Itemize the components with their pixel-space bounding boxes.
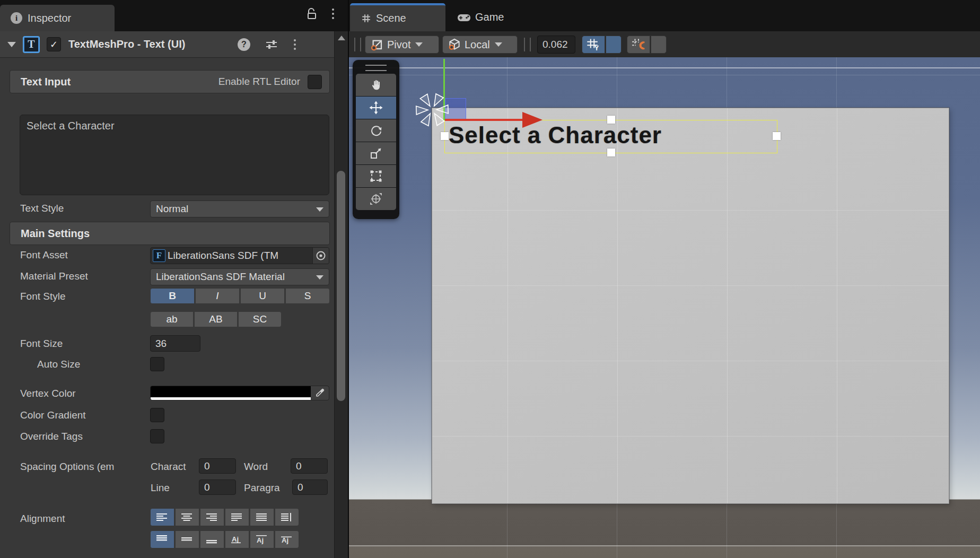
text-style-label: Text Style bbox=[20, 203, 64, 214]
align-flush-button[interactable] bbox=[250, 508, 274, 526]
align-middle-button[interactable] bbox=[175, 530, 199, 548]
component-header: T ✓ TextMeshPro - Text (UI) ? bbox=[0, 31, 334, 58]
rtl-editor-label: Enable RTL Editor bbox=[218, 76, 300, 88]
object-picker-icon[interactable] bbox=[312, 248, 329, 264]
textmeshpro-icon: T bbox=[23, 37, 39, 53]
font-style-bold-button[interactable]: B bbox=[150, 288, 195, 304]
component-menu-icon[interactable] bbox=[293, 38, 297, 51]
inspector-scrollbar[interactable] bbox=[334, 31, 348, 558]
spacing-word-label: Word bbox=[244, 461, 268, 473]
unity-editor-window: i Inspector T ✓ TextMeshPro - Text (UI) … bbox=[0, 0, 980, 558]
rect-handle-bottom[interactable] bbox=[607, 149, 615, 156]
grid-snap-dropdown[interactable] bbox=[651, 36, 667, 54]
svg-text:Aj: Aj bbox=[282, 536, 288, 544]
auto-size-checkbox[interactable] bbox=[150, 357, 164, 371]
presets-icon[interactable] bbox=[265, 38, 278, 51]
align-center-button[interactable] bbox=[175, 508, 199, 526]
spacing-paragraph-field[interactable]: 0 bbox=[292, 479, 328, 495]
grid-line bbox=[727, 108, 728, 503]
grid-line bbox=[837, 108, 837, 503]
font-style-uppercase-button[interactable]: AB bbox=[194, 311, 238, 327]
align-baseline-button[interactable]: Aj bbox=[225, 530, 249, 548]
inspector-menu-icon[interactable] bbox=[331, 7, 335, 20]
help-icon[interactable]: ? bbox=[238, 38, 250, 51]
tab-game[interactable]: Game bbox=[453, 3, 504, 31]
ui-canvas[interactable] bbox=[432, 108, 949, 504]
grid-line bbox=[617, 108, 618, 503]
lock-icon[interactable] bbox=[307, 7, 317, 20]
grid-line bbox=[349, 545, 980, 546]
text-input-field[interactable]: Select a Character bbox=[20, 115, 329, 195]
font-style-smallcaps-button[interactable]: SC bbox=[238, 311, 282, 327]
handle-rotation-button[interactable]: Local bbox=[442, 36, 518, 54]
rect-tool-button[interactable] bbox=[356, 165, 396, 187]
tab-scene[interactable]: Scene bbox=[350, 3, 445, 31]
transform-tool-button[interactable] bbox=[356, 188, 396, 210]
spacing-line-field[interactable]: 0 bbox=[199, 479, 236, 495]
toolbar-drag-handle[interactable] bbox=[524, 38, 531, 51]
align-bottom-button[interactable] bbox=[200, 530, 224, 548]
view-hand-tool-button[interactable] bbox=[356, 74, 396, 96]
color-swatch[interactable] bbox=[151, 386, 311, 400]
grid-size-field[interactable]: 0.062 bbox=[537, 36, 575, 54]
grid-visibility-dropdown[interactable] bbox=[606, 36, 622, 54]
scene-tool-palette bbox=[353, 60, 399, 219]
font-asset-object-field[interactable]: F LiberationSans SDF (TM bbox=[150, 247, 329, 264]
component-enabled-checkbox[interactable]: ✓ bbox=[47, 37, 61, 51]
eyedropper-icon[interactable] bbox=[311, 386, 329, 400]
font-style-italic-button[interactable]: I bbox=[195, 288, 240, 304]
scene-tabbar: Scene Game bbox=[349, 0, 980, 31]
scene-tab-label: Scene bbox=[376, 12, 406, 24]
align-left-button[interactable] bbox=[150, 508, 174, 526]
align-midline-button[interactable]: Aj bbox=[250, 530, 274, 548]
tab-inspector[interactable]: i Inspector bbox=[0, 5, 115, 31]
grid-snap-toggle[interactable] bbox=[627, 36, 650, 54]
align-geometry-center-button[interactable] bbox=[275, 508, 299, 526]
info-icon: i bbox=[11, 12, 22, 24]
scrollbar-thumb[interactable] bbox=[337, 171, 345, 401]
scene-grid-icon bbox=[362, 14, 371, 23]
text-style-dropdown[interactable]: Normal bbox=[150, 200, 329, 217]
material-preset-dropdown[interactable]: LiberationSans SDF Material bbox=[150, 268, 329, 285]
toolbar-drag-handle[interactable] bbox=[354, 38, 361, 51]
grid-visibility-toggle[interactable]: Y bbox=[582, 36, 605, 54]
rect-handle-right[interactable] bbox=[773, 132, 781, 140]
scene-viewport[interactable]: Select a Character bbox=[349, 57, 980, 558]
font-style-lowercase-button[interactable]: ab bbox=[150, 311, 194, 327]
scene-panel: Scene Game Pivot Local 0.06 bbox=[349, 0, 980, 558]
spacing-character-field[interactable]: 0 bbox=[199, 458, 236, 474]
align-capline-button[interactable]: Aj bbox=[275, 530, 299, 548]
rect-handle-top[interactable] bbox=[607, 116, 615, 124]
inspector-tab-label: Inspector bbox=[28, 12, 71, 24]
main-settings-header-label: Main Settings bbox=[21, 228, 90, 240]
pivot-mode-button[interactable]: Pivot bbox=[365, 36, 439, 54]
override-tags-checkbox[interactable] bbox=[150, 429, 164, 443]
vertex-color-field[interactable] bbox=[150, 386, 329, 400]
spacing-word-field[interactable]: 0 bbox=[291, 458, 328, 474]
scroll-up-icon[interactable] bbox=[338, 36, 345, 40]
foldout-arrow-icon[interactable] bbox=[7, 42, 16, 47]
color-gradient-checkbox[interactable] bbox=[150, 408, 164, 422]
gizmo-x-axis[interactable] bbox=[445, 119, 522, 121]
font-style-underline-button[interactable]: U bbox=[240, 288, 285, 304]
move-tool-button[interactable] bbox=[356, 97, 396, 119]
gizmo-x-arrowhead[interactable] bbox=[522, 112, 542, 128]
rotate-tool-button[interactable] bbox=[356, 119, 396, 142]
main-settings-section-header[interactable]: Main Settings bbox=[10, 222, 330, 245]
rtl-editor-checkbox[interactable] bbox=[308, 75, 322, 89]
scale-tool-button[interactable] bbox=[356, 142, 396, 164]
anchor-flower-gizmo[interactable] bbox=[415, 88, 452, 130]
component-title: TextMeshPro - Text (UI) bbox=[68, 38, 185, 50]
font-style-strikethrough-button[interactable]: S bbox=[285, 288, 330, 304]
svg-text:Aj: Aj bbox=[257, 536, 264, 544]
chevron-down-icon bbox=[495, 42, 502, 47]
text-input-section-header[interactable]: Text Input Enable RTL Editor bbox=[10, 70, 330, 93]
color-gradient-label: Color Gradient bbox=[20, 409, 86, 421]
align-top-button[interactable] bbox=[150, 530, 174, 548]
align-justified-button[interactable] bbox=[225, 508, 249, 526]
font-size-field[interactable]: 36 bbox=[150, 335, 200, 352]
palette-drag-handle[interactable] bbox=[365, 65, 387, 71]
rect-handle-left[interactable] bbox=[441, 132, 449, 140]
align-right-button[interactable] bbox=[200, 508, 224, 526]
pivot-mode-label: Pivot bbox=[387, 39, 410, 51]
